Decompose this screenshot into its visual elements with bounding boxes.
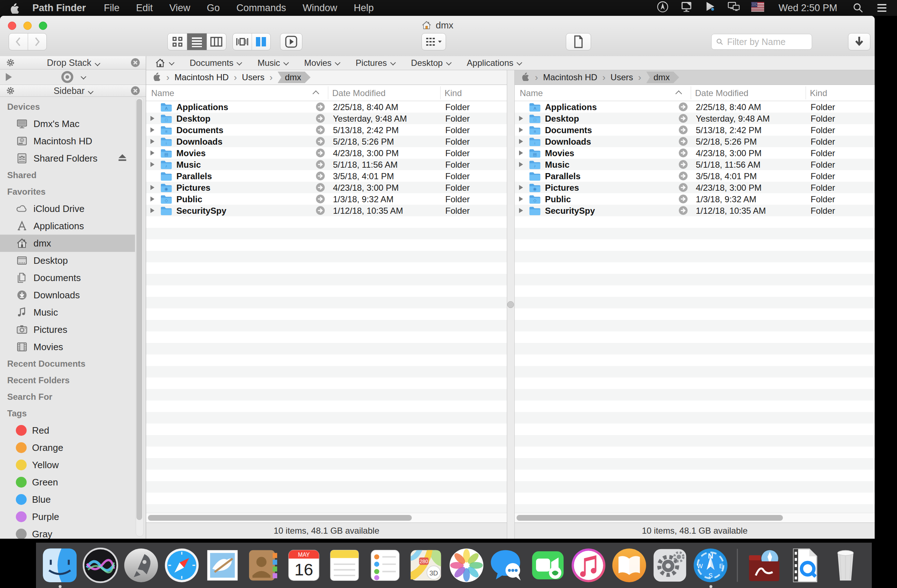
bookmark-movies[interactable]: Movies xyxy=(304,58,339,68)
open-folder-arrow-button[interactable] xyxy=(316,194,325,204)
sidebar-item-dmx[interactable]: dmx xyxy=(0,235,135,252)
bookmark-documents[interactable]: Documents xyxy=(190,58,241,68)
apple-root-icon[interactable] xyxy=(152,72,161,83)
disclosure-triangle-icon[interactable] xyxy=(519,139,523,144)
download-drop-button[interactable] xyxy=(848,33,870,50)
file-row-pictures[interactable]: ◉ Pictures 4/23/18, 3:00 PM Folder xyxy=(146,182,507,193)
open-folder-arrow-button[interactable] xyxy=(678,114,688,123)
dock-item-calendar[interactable]: MAY16 xyxy=(286,547,322,583)
disclosure-triangle-icon[interactable] xyxy=(519,150,523,156)
open-folder-arrow-button[interactable] xyxy=(678,194,688,204)
file-name[interactable]: Desktop xyxy=(176,114,211,124)
drop-stack-panel[interactable] xyxy=(0,69,146,85)
open-folder-arrow-button[interactable] xyxy=(316,148,325,157)
bookmark-desktop[interactable]: Desktop xyxy=(411,58,450,68)
list-view-button[interactable] xyxy=(187,34,206,50)
disclosure-triangle-icon[interactable] xyxy=(150,139,155,144)
disclosure-triangle-icon[interactable] xyxy=(519,208,523,213)
forward-button[interactable] xyxy=(28,34,47,50)
horizontal-scrollbar[interactable] xyxy=(515,513,875,522)
sidebar-item-blue[interactable]: Blue xyxy=(0,491,135,508)
dock-item-messages[interactable] xyxy=(489,547,525,583)
disclosure-triangle-icon[interactable] xyxy=(519,162,523,167)
notification-center-icon[interactable] xyxy=(876,2,888,14)
active-app-name[interactable]: Path Finder xyxy=(32,3,86,14)
horizontal-scrollbar-thumb[interactable] xyxy=(517,515,783,521)
dock-item-acrobat-folder[interactable] xyxy=(746,547,782,583)
file-name[interactable]: Desktop xyxy=(545,114,579,124)
file-row-parallels[interactable]: Parallels 3/5/18, 4:01 PM Folder xyxy=(515,170,875,182)
dock-item-siri[interactable] xyxy=(83,547,118,583)
file-name[interactable]: Parallels xyxy=(176,171,212,181)
file-row-securityspy[interactable]: SecuritySpy 1/12/18, 10:35 AM Folder xyxy=(515,205,875,216)
file-row-documents[interactable]: ≡ Documents 5/13/18, 2:42 PM Folder xyxy=(515,124,875,136)
file-row-downloads[interactable]: ↓ Downloads 5/2/18, 5:26 PM Folder xyxy=(146,136,507,147)
dock-item-mail[interactable] xyxy=(204,547,240,583)
menu-view[interactable]: View xyxy=(170,3,190,14)
drop-stack-target-chevron-icon[interactable] xyxy=(81,74,86,79)
drop-stack-header[interactable]: Drop Stack xyxy=(0,56,146,69)
dock-item-ibooks[interactable] xyxy=(611,547,647,583)
file-name[interactable]: Public xyxy=(176,194,202,205)
column-header-date-modified[interactable]: Date Modified xyxy=(332,88,386,98)
sidebar-item-dmx-s-mac[interactable]: Dmx's Mac xyxy=(0,115,135,133)
sidebar-item-pictures[interactable]: Pictures xyxy=(0,321,135,338)
eject-icon[interactable] xyxy=(116,151,129,166)
file-row-applications[interactable]: A Applications 2/25/18, 8:40 AM Folder xyxy=(515,101,875,113)
sidebar-gear-icon[interactable] xyxy=(5,85,16,96)
file-row-public[interactable]: ◇ Public 1/3/18, 9:32 AM Folder xyxy=(515,193,875,205)
disclosure-triangle-icon[interactable] xyxy=(150,208,155,213)
disclosure-triangle-icon[interactable] xyxy=(150,197,155,202)
open-folder-arrow-button[interactable] xyxy=(678,137,688,146)
icon-view-button[interactable] xyxy=(168,34,187,50)
file-name[interactable]: Downloads xyxy=(545,137,591,147)
new-document-button[interactable] xyxy=(566,33,591,50)
breadcrumb-macintosh-hd[interactable]: Macintosh HD xyxy=(175,72,229,82)
file-row-desktop[interactable]: □ Desktop Yesterday, 9:48 AM Folder xyxy=(515,113,875,124)
sidebar-item-music[interactable]: Music xyxy=(0,304,135,321)
menu-bar-clock[interactable]: Wed 2:50 PM xyxy=(779,3,837,14)
open-folder-arrow-button[interactable] xyxy=(678,160,688,169)
cast-icon[interactable] xyxy=(704,0,717,16)
sidebar-item-downloads[interactable]: Downloads xyxy=(0,286,135,304)
open-folder-arrow-button[interactable] xyxy=(678,183,688,192)
dock-item-safari[interactable] xyxy=(164,547,200,583)
open-folder-arrow-button[interactable] xyxy=(316,183,325,192)
disclosure-triangle-icon[interactable] xyxy=(150,162,155,167)
sidebar-close-icon[interactable] xyxy=(130,85,141,96)
dock-item-system-preferences[interactable] xyxy=(652,547,688,583)
breadcrumb-macintosh-hd[interactable]: Macintosh HD xyxy=(543,72,597,82)
file-row-movies[interactable]: ▤ Movies 4/23/18, 3:00 PM Folder xyxy=(146,147,507,159)
dock-item-trash[interactable] xyxy=(828,547,863,583)
sidebar-item-macintosh-hd[interactable]: Macintosh HD xyxy=(0,133,135,150)
file-name[interactable]: Parallels xyxy=(545,171,581,181)
dock-item-launchpad[interactable] xyxy=(123,547,159,583)
file-name[interactable]: SecuritySpy xyxy=(176,206,227,216)
back-button[interactable] xyxy=(9,34,28,50)
pane-splitter[interactable] xyxy=(507,70,515,539)
bookmark-music[interactable]: Music xyxy=(257,58,288,68)
disclosure-triangle-icon[interactable] xyxy=(150,150,155,156)
menu-help[interactable]: Help xyxy=(354,3,374,14)
open-folder-arrow-button[interactable] xyxy=(678,171,688,181)
dock-item-quicktime[interactable] xyxy=(787,547,823,583)
sidebar-item-green[interactable]: Green xyxy=(0,473,135,491)
file-row-applications[interactable]: A Applications 2/25/18, 8:40 AM Folder xyxy=(146,101,507,113)
file-name[interactable]: Documents xyxy=(545,125,592,135)
sidebar-item-orange[interactable]: Orange xyxy=(0,439,135,456)
sidebar-item-purple[interactable]: Purple xyxy=(0,508,135,525)
filter-field[interactable] xyxy=(711,34,812,50)
menu-edit[interactable]: Edit xyxy=(136,3,153,14)
column-header-name[interactable]: Name xyxy=(520,88,543,98)
sidebar-item-applications[interactable]: Applications xyxy=(0,217,135,235)
file-name[interactable]: Applications xyxy=(176,102,228,112)
file-name[interactable]: Downloads xyxy=(176,137,222,147)
bookmark-home[interactable] xyxy=(155,58,173,69)
sidebar-item-shared-folders[interactable]: Shared Folders xyxy=(0,150,135,167)
open-folder-arrow-button[interactable] xyxy=(316,206,325,215)
dock-item-photos[interactable] xyxy=(448,547,485,583)
open-folder-arrow-button[interactable] xyxy=(316,114,325,123)
title-bar[interactable]: dmx xyxy=(0,16,875,57)
file-row-documents[interactable]: ≡ Documents 5/13/18, 2:42 PM Folder xyxy=(146,124,507,136)
file-name[interactable]: Pictures xyxy=(176,183,211,193)
